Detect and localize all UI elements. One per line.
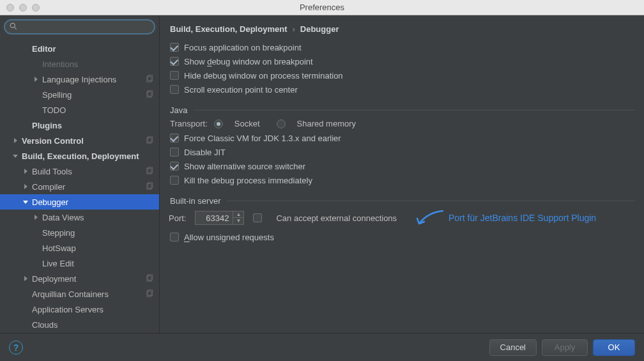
checkbox-icon[interactable] <box>170 43 179 52</box>
option-label: Kill the debug process immediately <box>184 176 312 185</box>
radio-shared-memory-label: Shared memory <box>297 119 356 128</box>
sidebar-item-label: Debugger <box>32 197 155 207</box>
svg-rect-11 <box>147 184 151 190</box>
sidebar-item-label: Clouds <box>32 320 155 330</box>
sidebar-item-stepping[interactable]: Stepping <box>0 225 159 240</box>
sidebar-item-label: Live Edit <box>42 259 155 268</box>
spinner-up-icon[interactable]: ▲ <box>233 211 243 218</box>
sidebar-item-label: Arquillian Containers <box>32 289 146 299</box>
checkbox-icon[interactable] <box>170 176 179 185</box>
checkbox-icon[interactable] <box>170 71 179 80</box>
divider <box>194 110 635 111</box>
apply-button: Apply <box>542 339 588 356</box>
breadcrumb: Build, Execution, Deployment › Debugger <box>170 24 635 34</box>
sidebar-item-build-execution-deployment[interactable]: Build, Execution, Deployment <box>0 148 159 164</box>
sidebar-item-coverage[interactable]: Coverage <box>0 332 159 333</box>
section-builtin-server: Built-in server <box>170 196 635 206</box>
option-focus-breakpoint[interactable]: Focus application on breakpoint <box>170 40 635 54</box>
sidebar-item-label: Editor <box>32 44 155 54</box>
scope-icon <box>146 75 155 84</box>
section-title: Java <box>170 105 187 115</box>
svg-rect-15 <box>147 291 151 297</box>
scope-icon <box>146 274 155 283</box>
svg-line-1 <box>14 27 16 29</box>
option-hide-debug-window[interactable]: Hide debug window on process termination <box>170 68 635 82</box>
option-force-classic-vm[interactable]: Force Classic VM for JDK 1.3.x and earli… <box>170 131 635 145</box>
option-show-debug-window[interactable]: Show debug window on breakpoint <box>170 54 635 68</box>
sidebar-item-editor[interactable]: Editor <box>0 41 159 56</box>
checkbox-icon[interactable] <box>170 134 179 142</box>
svg-rect-13 <box>147 276 151 282</box>
sidebar-item-label: Version Control <box>22 136 146 146</box>
sidebar-item-language-injections[interactable]: Language Injections <box>0 72 159 87</box>
sidebar-item-label: Plugins <box>32 121 155 130</box>
radio-shared-memory <box>277 119 286 128</box>
radio-socket-label: Socket <box>234 119 260 128</box>
radio-socket[interactable] <box>214 119 223 128</box>
svg-rect-2 <box>148 75 153 81</box>
search-input[interactable] <box>4 19 155 35</box>
sidebar-item-debugger[interactable]: Debugger <box>0 194 159 210</box>
svg-rect-8 <box>148 167 153 173</box>
help-button[interactable]: ? <box>9 341 23 355</box>
sidebar-item-intentions[interactable]: Intentions <box>0 56 159 72</box>
sidebar-item-data-views[interactable]: Data Views <box>0 210 159 225</box>
sidebar-item-label: Application Servers <box>32 305 155 314</box>
port-input[interactable] <box>195 213 233 223</box>
checkbox-icon[interactable] <box>170 233 179 242</box>
option-label: Show alternative source switcher <box>184 162 305 171</box>
checkbox-icon[interactable] <box>170 57 179 66</box>
scope-icon <box>146 136 155 145</box>
sidebar-item-live-edit[interactable]: Live Edit <box>0 256 159 271</box>
content-panel: Build, Execution, Deployment › Debugger … <box>160 15 644 333</box>
scope-icon <box>146 90 155 99</box>
chevron-right-icon <box>32 77 40 82</box>
chevron-down-icon <box>22 199 29 204</box>
option-kill-debug-process[interactable]: Kill the debug process immediately <box>170 173 635 187</box>
sidebar-item-clouds[interactable]: Clouds <box>0 317 159 332</box>
sidebar-item-deployment[interactable]: Deployment <box>0 271 159 286</box>
option-label: Hide debug window on process termination <box>184 71 343 81</box>
option-disable-jit[interactable]: Disable JIT <box>170 145 635 159</box>
divider <box>227 201 635 201</box>
port-row: Port: ▲ ▼ Can accept external connection… <box>169 211 635 225</box>
sidebar-item-label: Stepping <box>42 228 155 238</box>
sidebar-item-plugins[interactable]: Plugins <box>0 118 159 133</box>
checkbox-accept-external[interactable] <box>253 213 262 222</box>
option-label: Focus application on breakpoint <box>184 43 302 52</box>
sidebar-item-arquillian-containers[interactable]: Arquillian Containers <box>0 286 159 302</box>
option-alt-source-switcher[interactable]: Show alternative source switcher <box>170 159 635 173</box>
titlebar: Preferences <box>0 0 644 15</box>
sidebar-item-compiler[interactable]: Compiler <box>0 179 159 194</box>
cancel-button[interactable]: Cancel <box>489 339 537 356</box>
sidebar-item-label: Data Views <box>42 213 155 222</box>
option-allow-unsigned[interactable]: Allow unsigned requests <box>170 230 635 244</box>
sidebar-item-label: Intentions <box>42 59 155 69</box>
option-scroll-center[interactable]: Scroll execution point to center <box>170 82 635 96</box>
sidebar-item-application-servers[interactable]: Application Servers <box>0 302 159 317</box>
footer: ? Cancel Apply OK <box>0 333 644 361</box>
svg-rect-14 <box>148 290 153 296</box>
chevron-right-icon <box>22 276 29 281</box>
sidebar-item-spelling[interactable]: Spelling <box>0 87 159 102</box>
sidebar-item-todo[interactable]: TODO <box>0 102 159 118</box>
breadcrumb-part: Debugger <box>300 24 339 34</box>
checkbox-icon[interactable] <box>170 85 179 94</box>
checkbox-icon[interactable] <box>170 148 179 157</box>
search-wrap <box>0 15 159 40</box>
chevron-right-icon <box>12 138 19 143</box>
chevron-right-icon <box>22 169 29 174</box>
transport-row: Transport: Socket Shared memory <box>170 119 635 128</box>
spinner-arrows[interactable]: ▲ ▼ <box>233 211 243 224</box>
checkbox-icon[interactable] <box>170 162 179 171</box>
sidebar-item-build-tools[interactable]: Build Tools <box>0 164 159 179</box>
sidebar-item-label: Build, Execution, Deployment <box>22 151 155 161</box>
port-spinner[interactable]: ▲ ▼ <box>195 211 244 225</box>
transport-label: Transport: <box>170 119 208 128</box>
section-title: Built-in server <box>170 196 220 206</box>
sidebar-item-version-control[interactable]: Version Control <box>0 133 159 148</box>
ok-button[interactable]: OK <box>593 339 635 356</box>
sidebar-item-hotswap[interactable]: HotSwap <box>0 240 159 256</box>
spinner-down-icon[interactable]: ▼ <box>233 218 243 224</box>
option-label: Allow unsigned requests <box>184 233 274 242</box>
